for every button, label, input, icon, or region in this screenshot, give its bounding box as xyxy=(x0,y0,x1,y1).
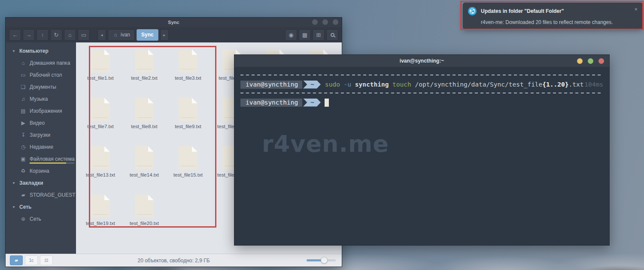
disk-usage-bar xyxy=(30,162,74,164)
download-icon: ↧ xyxy=(20,132,26,138)
toolbar-right-icons: ◉ ▩ ⊞ xyxy=(285,29,338,41)
chevron-down-icon: ▾ xyxy=(12,205,16,209)
sidebar-item[interactable]: ▶ Видео xyxy=(6,117,76,129)
computer-icon[interactable]: ▭ xyxy=(78,29,90,41)
nav-button-group: ← → ↑ ↻ ⌂ ▭ xyxy=(9,29,90,41)
compact-view-icon[interactable]: 1c xyxy=(25,255,38,265)
sidebar-item[interactable]: ⊕ Сеть xyxy=(6,213,76,225)
view-toggle-group: ▰ 1c ⊡ xyxy=(10,255,53,265)
notification-title: Updates in folder "Default Folder" xyxy=(481,8,564,14)
window-controls xyxy=(312,19,338,25)
search-button[interactable] xyxy=(326,29,338,41)
file-item[interactable]: test_file8.txt xyxy=(122,96,166,144)
sidebar-item-label: Файловая система xyxy=(30,156,75,162)
text-file-icon xyxy=(91,98,110,121)
sidebar-item-label: Изображения xyxy=(30,108,62,114)
breadcrumb-prev-button[interactable]: ◂ xyxy=(97,29,106,41)
maximize-button[interactable] xyxy=(322,19,328,25)
sidebar-item[interactable]: ▣ Файловая система xyxy=(6,153,76,165)
desktop: Sync ← → ↑ ↻ ⌂ ▭ xyxy=(0,0,644,270)
tree-view-icon[interactable]: ⊡ xyxy=(40,255,53,265)
sidebar-item[interactable]: ▰ STORAGE_GUEST xyxy=(6,189,76,201)
breadcrumb-current-label: Sync xyxy=(141,32,154,38)
file-item[interactable]: test_file13.txt xyxy=(79,144,122,193)
location-pin-icon[interactable]: ◉ xyxy=(285,29,297,41)
file-item[interactable]: test_file7.txt xyxy=(79,96,122,144)
text-file-icon xyxy=(91,195,110,218)
sidebar-item-label: Сеть xyxy=(30,216,41,222)
file-item[interactable]: test_file9.txt xyxy=(166,96,210,144)
close-button[interactable] xyxy=(333,19,338,25)
sidebar-item-label: Сеть xyxy=(19,204,31,210)
refresh-icon[interactable]: ↻ xyxy=(50,29,62,41)
home-icon[interactable]: ⌂ xyxy=(64,29,76,41)
minimize-button[interactable] xyxy=(312,19,318,25)
terminal-titlebar[interactable]: ivan@syncthing:~ xyxy=(234,55,609,67)
file-item[interactable]: test_file20.txt xyxy=(122,193,166,241)
sidebar-item[interactable]: ◷ Недавние xyxy=(6,141,76,153)
sidebar-item-label: Загрузки xyxy=(30,132,50,138)
prompt-separator xyxy=(240,75,603,75)
sidebar-item-label: Недавние xyxy=(30,144,53,150)
text-file-icon xyxy=(179,49,197,72)
minimize-button[interactable] xyxy=(577,58,583,64)
sidebar-item-label: Рабочий стол xyxy=(30,72,62,78)
zoom-slider[interactable] xyxy=(307,259,336,261)
prompt-path-segment: ~ xyxy=(303,81,321,89)
window-title: Sync xyxy=(168,20,179,25)
chevron-down-icon: ▾ xyxy=(12,49,16,53)
syncthing-notification[interactable]: Updates in folder "Default Folder" r4ven… xyxy=(463,3,643,29)
trash-icon: ♻ xyxy=(20,168,26,174)
sidebar-item[interactable]: ▭ Рабочий стол xyxy=(6,69,76,81)
document-icon: ❏ xyxy=(20,84,26,90)
back-icon[interactable]: ← xyxy=(9,29,21,41)
close-icon[interactable]: × xyxy=(634,6,638,12)
sidebar-item[interactable]: ⌂ Домашняя папка xyxy=(6,57,76,69)
file-name: test_file9.txt xyxy=(175,124,201,129)
sidebar-item[interactable]: ▾ Компьютер xyxy=(6,45,76,57)
statusbar: ▰ 1c ⊡ 20 объектов, свободно: 2,9 ГБ xyxy=(6,254,342,267)
file-name: test_file19.txt xyxy=(86,221,115,226)
breadcrumb-parent-label: ivan xyxy=(121,32,130,38)
prompt-user-segment: ivan@syncthing xyxy=(240,99,302,107)
file-item[interactable]: test_file3.txt xyxy=(166,48,210,96)
file-item[interactable]: test_file15.txt xyxy=(166,144,210,193)
file-item[interactable]: test_file14.txt xyxy=(122,144,166,193)
preview-icon[interactable]: ▩ xyxy=(299,29,311,41)
file-manager-titlebar[interactable]: Sync xyxy=(6,18,342,27)
current-prompt-line: ivan@syncthing ~ xyxy=(240,98,603,107)
file-name: test_file13.txt xyxy=(86,172,115,177)
chevron-right-icon: ▸ xyxy=(163,33,165,37)
new-folder-icon[interactable]: ⊞ xyxy=(313,29,325,41)
close-button[interactable] xyxy=(598,58,604,64)
icon-view-icon[interactable]: ▰ xyxy=(10,255,23,265)
breadcrumb-home[interactable]: ⌂ ivan xyxy=(108,29,135,41)
home-icon: ⌂ xyxy=(20,60,26,66)
forward-icon[interactable]: → xyxy=(23,29,35,41)
file-name: test_file15.txt xyxy=(173,172,203,177)
breadcrumb-next-button[interactable]: ▸ xyxy=(160,29,169,41)
sidebar-item[interactable]: ▾ Сеть xyxy=(6,201,76,213)
breadcrumb-current[interactable]: Sync xyxy=(137,29,158,41)
terminal-body[interactable]: ivan@syncthing ~ sudo -u syncthing touch… xyxy=(234,67,609,245)
up-icon[interactable]: ↑ xyxy=(36,29,49,41)
status-text: 20 объектов, свободно: 2,9 ГБ xyxy=(6,258,342,264)
sidebar-item[interactable]: ❏ Документы xyxy=(6,81,76,93)
search-icon xyxy=(331,33,334,37)
text-file-icon xyxy=(91,146,110,169)
maximize-button[interactable] xyxy=(588,58,593,64)
sidebar-item-label: STORAGE_GUEST xyxy=(30,192,75,198)
sidebar-item[interactable]: ▤ Изображения xyxy=(6,105,76,117)
file-item[interactable]: test_file1.txt xyxy=(79,48,122,96)
zoom-slider-handle[interactable] xyxy=(321,257,328,264)
sidebar-item[interactable]: ♻ Корзина xyxy=(6,165,76,177)
file-name: test_file20.txt xyxy=(130,221,159,226)
home-icon: ⌂ xyxy=(112,32,118,38)
sidebar-item[interactable]: ♫ Музыка xyxy=(6,93,76,105)
file-item[interactable]: test_file2.txt xyxy=(122,48,166,96)
sidebar-item[interactable]: ▾ Закладки xyxy=(6,177,76,189)
sidebar: ▾ Компьютер ⌂ Домашняя папка ▭ Рабочий с… xyxy=(6,42,76,254)
prompt-separator xyxy=(240,93,603,93)
file-item[interactable]: test_file19.txt xyxy=(79,193,122,241)
sidebar-item[interactable]: ↧ Загрузки xyxy=(6,129,76,141)
